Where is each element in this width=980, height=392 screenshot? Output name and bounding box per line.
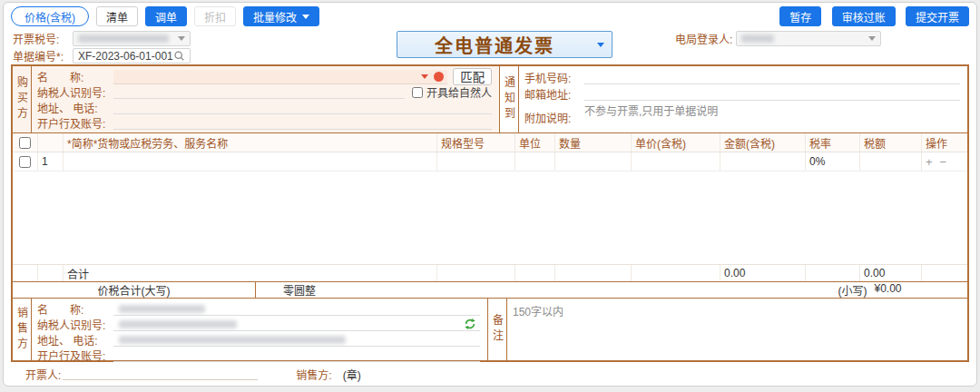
row-unit-cell[interactable]	[515, 152, 555, 171]
buyer-name-input[interactable]	[113, 70, 447, 84]
chevron-down-icon	[868, 36, 876, 41]
row-name-cell[interactable]	[64, 152, 437, 171]
bureau-login-field-row: 电局登录人:	[675, 30, 881, 47]
bureau-login-select[interactable]	[736, 31, 881, 46]
footer-seller-label: 销售方:	[296, 367, 331, 382]
price-incl-tax-button[interactable]: 价格(含税)	[11, 6, 89, 26]
seller-taxid-row: 纳税人识别号:	[37, 317, 480, 332]
buyer-address-input[interactable]	[113, 101, 492, 114]
row-spec-cell[interactable]	[437, 152, 515, 171]
invoice-type-wrap: 全电普通发票	[376, 30, 633, 58]
pull-doc-button[interactable]: 调单	[145, 6, 187, 26]
header-fields-left: 开票税号: 单据编号*: XF-2023-06-01-001	[13, 30, 376, 64]
notify-phone-label: 手机号码:	[524, 70, 581, 85]
doc-no-value: XF-2023-06-01-001	[78, 50, 173, 63]
list-button[interactable]: 清单	[96, 6, 138, 26]
seller-address-input[interactable]	[113, 333, 480, 347]
doc-no-input[interactable]: XF-2023-06-01-001	[73, 48, 191, 64]
toolbar-right: 暂存 审核过账 提交开票	[772, 6, 969, 26]
remove-row-icon[interactable]: −	[940, 155, 947, 169]
redacted-value	[119, 320, 237, 328]
match-button[interactable]: 匹配	[453, 68, 492, 85]
select-all-checkbox[interactable]	[19, 137, 31, 149]
notify-email-input[interactable]	[584, 87, 960, 101]
subtotal-figures: (小写) ¥0.00	[772, 282, 967, 298]
save-draft-button[interactable]: 暂存	[779, 6, 821, 26]
header-fields: 开票税号: 单据编号*: XF-2023-06-01-001 全电普通发票	[4, 28, 976, 64]
row-checkbox[interactable]	[19, 156, 31, 168]
doc-no-label: 单据编号*:	[13, 48, 69, 64]
batch-modify-button[interactable]: 批量修改	[243, 6, 319, 26]
notify-fields: 手机号码: 邮箱地址: 附加说明: 不参与开票,只用于单据说明	[519, 66, 967, 132]
buyer-taxid-input[interactable]	[113, 85, 405, 99]
notify-note-row: 附加说明: 不参与开票,只用于单据说明	[524, 103, 960, 130]
buyer-taxid-row: 纳税人识别号: 开具给自然人	[37, 84, 492, 100]
col-header-amount: 金额(含税)	[720, 133, 806, 152]
subtotal-words-label: 价税合计(大写)	[13, 282, 256, 298]
alert-dot-icon[interactable]	[434, 72, 444, 82]
seller-name-row: 名 称:	[37, 301, 480, 317]
batch-modify-label: 批量修改	[253, 9, 297, 24]
row-tax-rate-cell[interactable]: 0%	[806, 152, 860, 171]
col-header-index	[38, 133, 64, 152]
header-fields-right: 电局登录人:	[633, 30, 967, 47]
row-tax-amount-cell[interactable]	[860, 152, 922, 171]
notify-email-label: 邮箱地址:	[524, 86, 581, 102]
chevron-down-icon	[178, 36, 185, 41]
buyer-bank-input[interactable]	[113, 116, 492, 130]
footer-row: 开票人: 销售方: (章)	[4, 362, 976, 386]
discount-button: 折扣	[194, 6, 236, 26]
row-price-cell[interactable]	[632, 152, 720, 171]
table-row: 1 0% + −	[13, 152, 967, 172]
buyer-bank-label: 开户行及账号:	[37, 115, 110, 131]
notify-phone-input[interactable]	[584, 71, 960, 84]
remark-placeholder: 150字以内	[513, 303, 960, 318]
submit-invoice-button[interactable]: 提交开票	[906, 6, 969, 26]
subtotal-figures-value: ¥0.00	[874, 282, 901, 298]
remark-input[interactable]: 150字以内	[507, 299, 967, 360]
seller-taxid-input[interactable]	[113, 318, 480, 331]
bureau-login-label: 电局登录人:	[675, 31, 732, 46]
add-row-icon[interactable]: +	[926, 155, 933, 169]
invoice-type-select[interactable]: 全电普通发票	[397, 31, 612, 58]
total-amount: 0.00	[720, 265, 806, 281]
col-header-qty: 数量	[555, 133, 632, 152]
col-header-name: *简称*货物或应税劳务、服务名称	[64, 133, 437, 152]
natural-person-checkbox[interactable]	[412, 87, 423, 98]
seller-name-input[interactable]	[113, 302, 480, 316]
seller-taxid-label: 纳税人识别号:	[37, 317, 110, 332]
row-amount-cell[interactable]	[720, 152, 806, 171]
total-tax-amount: 0.00	[860, 265, 922, 281]
search-icon[interactable]	[173, 50, 185, 62]
notify-note-input[interactable]: 不参与开票,只用于单据说明	[584, 103, 960, 118]
notify-email-row: 邮箱地址:	[524, 86, 960, 102]
seller-bank-row: 开户行及账号:	[37, 348, 480, 363]
buyer-bank-row: 开户行及账号:	[37, 115, 492, 131]
buyer-taxid-label: 纳税人识别号:	[37, 84, 110, 100]
tax-no-field-row: 开票税号:	[13, 30, 376, 47]
toolbar: 价格(含税) 清单 调单 折扣 批量修改 暂存 审核过账 提交开票	[4, 3, 976, 28]
seller-bank-input[interactable]	[113, 348, 480, 362]
seller-section: 销售方 名 称: 纳税人识别号:	[13, 299, 488, 360]
natural-person-option[interactable]: 开具给自然人	[412, 84, 492, 100]
items-table-header: *简称*货物或应税劳务、服务名称 规格型号 单位 数量 单价(含税) 金额(含税…	[13, 133, 967, 152]
redacted-value	[119, 305, 205, 313]
buyer-address-label: 地址、 电话:	[37, 100, 110, 115]
items-table: *简称*货物或应税劳务、服务名称 规格型号 单位 数量 单价(含税) 金额(含税…	[13, 133, 967, 281]
refresh-icon[interactable]	[464, 318, 476, 330]
col-header-price: 单价(含税)	[632, 133, 720, 152]
redacted-value	[119, 336, 346, 344]
invoice-form-panel: 价格(含税) 清单 调单 折扣 批量修改 暂存 审核过账 提交开票 开票税号: …	[3, 2, 977, 387]
col-header-unit: 单位	[515, 133, 555, 152]
row-index: 1	[38, 152, 64, 171]
chevron-down-icon[interactable]	[421, 74, 428, 79]
tax-no-select[interactable]	[73, 31, 191, 46]
seller-address-row: 地址、 电话:	[37, 332, 480, 348]
issuer-input[interactable]	[63, 368, 258, 380]
col-header-op: 操作	[922, 133, 967, 152]
notify-note-placeholder: 不参与开票,只用于单据说明	[584, 105, 718, 118]
redacted-value	[78, 34, 169, 43]
row-qty-cell[interactable]	[555, 152, 632, 171]
audit-post-button[interactable]: 审核过账	[832, 6, 896, 26]
chevron-down-icon	[302, 15, 309, 19]
